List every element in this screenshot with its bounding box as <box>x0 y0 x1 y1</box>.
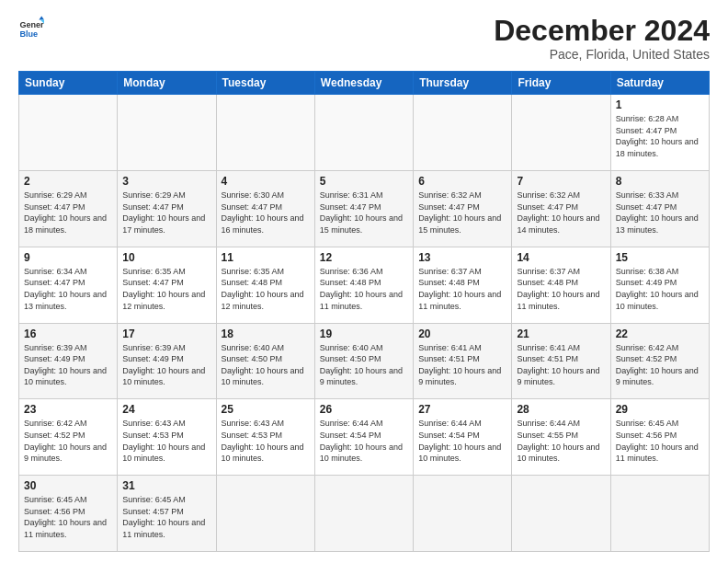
day-number: 31 <box>122 479 210 492</box>
table-row <box>118 95 216 171</box>
col-monday: Monday <box>118 72 216 95</box>
day-number: 20 <box>418 327 506 340</box>
table-row <box>414 476 512 552</box>
calendar-week-row: 30 Sunrise: 6:45 AM Sunset: 4:56 PM Dayl… <box>19 476 710 552</box>
table-row: 2 Sunrise: 6:29 AM Sunset: 4:47 PM Dayli… <box>19 170 118 247</box>
day-info: Sunrise: 6:38 AM Sunset: 4:49 PM Dayligh… <box>616 266 704 312</box>
col-tuesday: Tuesday <box>216 72 314 95</box>
location: Pace, Florida, United States <box>494 47 710 62</box>
table-row <box>512 476 610 552</box>
table-row <box>314 95 413 171</box>
table-row: 30 Sunrise: 6:45 AM Sunset: 4:56 PM Dayl… <box>19 476 118 552</box>
calendar-week-row: 9 Sunrise: 6:34 AM Sunset: 4:47 PM Dayli… <box>19 247 710 323</box>
table-row: 8 Sunrise: 6:33 AM Sunset: 4:47 PM Dayli… <box>610 170 709 247</box>
day-number: 11 <box>222 251 310 264</box>
day-info: Sunrise: 6:41 AM Sunset: 4:51 PM Dayligh… <box>517 342 605 388</box>
calendar-week-row: 16 Sunrise: 6:39 AM Sunset: 4:49 PM Dayl… <box>19 323 710 399</box>
day-number: 21 <box>517 327 605 340</box>
day-info: Sunrise: 6:29 AM Sunset: 4:47 PM Dayligh… <box>122 190 210 236</box>
col-sunday: Sunday <box>19 72 118 95</box>
title-block: December 2024 Pace, Florida, United Stat… <box>494 15 710 62</box>
month-title: December 2024 <box>494 15 710 47</box>
table-row: 16 Sunrise: 6:39 AM Sunset: 4:49 PM Dayl… <box>19 323 118 399</box>
table-row: 18 Sunrise: 6:40 AM Sunset: 4:50 PM Dayl… <box>216 323 314 399</box>
table-row: 23 Sunrise: 6:42 AM Sunset: 4:52 PM Dayl… <box>19 399 118 476</box>
day-info: Sunrise: 6:45 AM Sunset: 4:56 PM Dayligh… <box>616 418 704 464</box>
page: General Blue December 2024 Pace, Florida… <box>0 0 728 563</box>
day-info: Sunrise: 6:44 AM Sunset: 4:54 PM Dayligh… <box>320 418 408 464</box>
logo-icon: General Blue <box>18 15 44 40</box>
day-number: 30 <box>24 479 112 492</box>
calendar-table: Sunday Monday Tuesday Wednesday Thursday… <box>18 71 710 552</box>
day-info: Sunrise: 6:42 AM Sunset: 4:52 PM Dayligh… <box>616 342 704 388</box>
table-row <box>216 95 314 171</box>
day-info: Sunrise: 6:29 AM Sunset: 4:47 PM Dayligh… <box>24 190 112 236</box>
day-number: 7 <box>517 175 605 188</box>
day-number: 5 <box>320 175 408 188</box>
table-row <box>512 95 610 171</box>
logo: General Blue <box>18 15 44 40</box>
day-info: Sunrise: 6:43 AM Sunset: 4:53 PM Dayligh… <box>222 418 310 464</box>
day-number: 23 <box>24 403 112 416</box>
day-number: 26 <box>320 403 408 416</box>
table-row: 21 Sunrise: 6:41 AM Sunset: 4:51 PM Dayl… <box>512 323 610 399</box>
table-row: 3 Sunrise: 6:29 AM Sunset: 4:47 PM Dayli… <box>118 170 216 247</box>
day-info: Sunrise: 6:37 AM Sunset: 4:48 PM Dayligh… <box>418 266 506 312</box>
day-info: Sunrise: 6:40 AM Sunset: 4:50 PM Dayligh… <box>320 342 408 388</box>
day-number: 17 <box>122 327 210 340</box>
day-info: Sunrise: 6:35 AM Sunset: 4:47 PM Dayligh… <box>122 266 210 312</box>
table-row: 29 Sunrise: 6:45 AM Sunset: 4:56 PM Dayl… <box>610 399 709 476</box>
day-number: 28 <box>517 403 605 416</box>
table-row: 31 Sunrise: 6:45 AM Sunset: 4:57 PM Dayl… <box>118 476 216 552</box>
header: General Blue December 2024 Pace, Florida… <box>18 15 710 62</box>
table-row: 5 Sunrise: 6:31 AM Sunset: 4:47 PM Dayli… <box>314 170 413 247</box>
day-number: 19 <box>320 327 408 340</box>
table-row: 25 Sunrise: 6:43 AM Sunset: 4:53 PM Dayl… <box>216 399 314 476</box>
day-info: Sunrise: 6:43 AM Sunset: 4:53 PM Dayligh… <box>122 418 210 464</box>
day-number: 9 <box>24 251 112 264</box>
table-row: 14 Sunrise: 6:37 AM Sunset: 4:48 PM Dayl… <box>512 247 610 323</box>
day-info: Sunrise: 6:44 AM Sunset: 4:55 PM Dayligh… <box>517 418 605 464</box>
day-number: 4 <box>222 175 310 188</box>
day-info: Sunrise: 6:41 AM Sunset: 4:51 PM Dayligh… <box>418 342 506 388</box>
day-info: Sunrise: 6:45 AM Sunset: 4:57 PM Dayligh… <box>122 494 210 540</box>
svg-marker-2 <box>39 16 44 19</box>
table-row: 24 Sunrise: 6:43 AM Sunset: 4:53 PM Dayl… <box>118 399 216 476</box>
table-row <box>610 476 709 552</box>
table-row: 22 Sunrise: 6:42 AM Sunset: 4:52 PM Dayl… <box>610 323 709 399</box>
table-row: 27 Sunrise: 6:44 AM Sunset: 4:54 PM Dayl… <box>414 399 512 476</box>
table-row: 15 Sunrise: 6:38 AM Sunset: 4:49 PM Dayl… <box>610 247 709 323</box>
col-friday: Friday <box>512 72 610 95</box>
calendar-header-row: Sunday Monday Tuesday Wednesday Thursday… <box>19 72 710 95</box>
table-row: 19 Sunrise: 6:40 AM Sunset: 4:50 PM Dayl… <box>314 323 413 399</box>
table-row <box>414 95 512 171</box>
table-row: 10 Sunrise: 6:35 AM Sunset: 4:47 PM Dayl… <box>118 247 216 323</box>
svg-text:General: General <box>19 20 44 29</box>
day-info: Sunrise: 6:32 AM Sunset: 4:47 PM Dayligh… <box>517 190 605 236</box>
day-info: Sunrise: 6:45 AM Sunset: 4:56 PM Dayligh… <box>24 494 112 540</box>
day-number: 18 <box>222 327 310 340</box>
table-row: 1 Sunrise: 6:28 AM Sunset: 4:47 PM Dayli… <box>610 95 709 171</box>
table-row <box>314 476 413 552</box>
day-number: 8 <box>616 175 704 188</box>
day-info: Sunrise: 6:35 AM Sunset: 4:48 PM Dayligh… <box>222 266 310 312</box>
col-wednesday: Wednesday <box>314 72 413 95</box>
day-number: 27 <box>418 403 506 416</box>
table-row: 7 Sunrise: 6:32 AM Sunset: 4:47 PM Dayli… <box>512 170 610 247</box>
table-row <box>216 476 314 552</box>
day-info: Sunrise: 6:44 AM Sunset: 4:54 PM Dayligh… <box>418 418 506 464</box>
day-number: 22 <box>616 327 704 340</box>
day-number: 6 <box>418 175 506 188</box>
calendar-week-row: 2 Sunrise: 6:29 AM Sunset: 4:47 PM Dayli… <box>19 170 710 247</box>
day-info: Sunrise: 6:40 AM Sunset: 4:50 PM Dayligh… <box>222 342 310 388</box>
col-saturday: Saturday <box>610 72 709 95</box>
day-number: 1 <box>616 98 704 111</box>
svg-text:Blue: Blue <box>19 29 38 39</box>
day-info: Sunrise: 6:42 AM Sunset: 4:52 PM Dayligh… <box>24 418 112 464</box>
day-number: 2 <box>24 175 112 188</box>
table-row: 26 Sunrise: 6:44 AM Sunset: 4:54 PM Dayl… <box>314 399 413 476</box>
day-info: Sunrise: 6:39 AM Sunset: 4:49 PM Dayligh… <box>122 342 210 388</box>
col-thursday: Thursday <box>414 72 512 95</box>
day-number: 13 <box>418 251 506 264</box>
day-number: 29 <box>616 403 704 416</box>
